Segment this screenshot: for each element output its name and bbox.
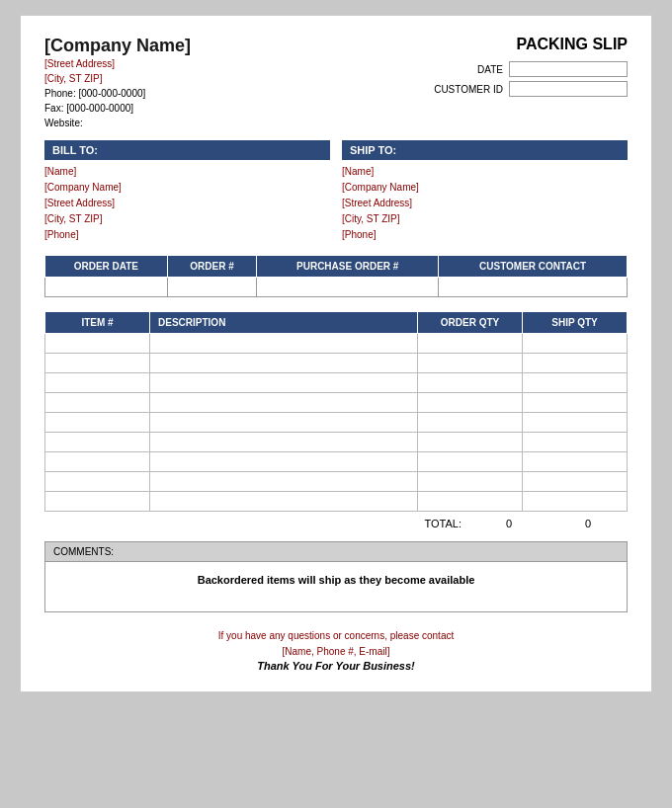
table-cell[interactable] [522,373,627,393]
item-num-header: ITEM # [45,312,150,334]
table-cell[interactable] [150,433,418,452]
order-qty-header: ORDER QTY [417,312,522,334]
table-cell[interactable] [150,393,418,413]
customer-id-input[interactable] [509,81,628,97]
customer-contact-cell[interactable] [439,278,628,297]
table-cell[interactable] [45,492,150,512]
customer-contact-header: CUSTOMER CONTACT [439,256,628,278]
table-cell[interactable] [417,373,522,393]
date-customer-block: DATE CUSTOMER ID [434,61,628,97]
order-date-cell[interactable] [45,278,168,297]
table-cell[interactable] [522,472,627,492]
header-section: [Company Name] [Street Address] [City, S… [44,36,628,130]
table-cell[interactable] [417,433,522,452]
description-header: DESCRIPTION [150,312,418,334]
table-cell[interactable] [150,452,418,472]
table-cell[interactable] [45,413,150,433]
ship-to-phone: [Phone] [342,227,628,243]
table-cell[interactable] [45,452,150,472]
table-cell[interactable] [417,393,522,413]
packing-slip-block: PACKING SLIP DATE CUSTOMER ID [434,36,628,97]
table-cell[interactable] [45,373,150,393]
city-state-zip: [City, ST ZIP] [44,71,191,86]
order-info-data-row [45,278,628,297]
ship-to-address: [Street Address] [342,196,628,211]
order-info-header-row: ORDER DATE ORDER # PURCHASE ORDER # CUST… [45,256,628,278]
bill-to-address: [Street Address] [44,196,330,211]
customer-row: CUSTOMER ID [434,81,628,97]
table-row [45,492,628,512]
table-cell[interactable] [417,472,522,492]
bill-to-company: [Company Name] [44,180,330,196]
table-row [45,373,628,393]
ship-qty-header: SHIP QTY [522,312,627,334]
table-cell[interactable] [522,413,627,433]
ship-qty-total: 0 [548,518,628,529]
table-cell[interactable] [150,472,418,492]
table-cell[interactable] [522,334,627,354]
ship-to-company: [Company Name] [342,180,628,196]
order-qty-total: 0 [469,518,548,529]
table-cell[interactable] [417,452,522,472]
table-cell[interactable] [522,492,627,512]
po-num-cell[interactable] [257,278,439,297]
table-cell[interactable] [45,393,150,413]
table-cell[interactable] [522,452,627,472]
table-cell[interactable] [417,492,522,512]
table-row [45,472,628,492]
date-label: DATE [477,64,503,75]
items-header-row: ITEM # DESCRIPTION ORDER QTY SHIP QTY [45,312,628,334]
table-row [45,433,628,452]
table-cell[interactable] [150,492,418,512]
table-cell[interactable] [45,472,150,492]
date-row: DATE [477,61,628,77]
bill-to-city: [City, ST ZIP] [44,211,330,227]
ship-to-city: [City, ST ZIP] [342,211,628,227]
packing-slip-title: PACKING SLIP [434,36,628,53]
table-cell[interactable] [522,393,627,413]
comments-body: Backordered items will ship as they beco… [45,562,627,611]
table-cell[interactable] [45,354,150,373]
phone: Phone: [000-000-0000] [44,86,191,101]
table-cell[interactable] [45,334,150,354]
bill-to-name: [Name] [44,164,330,180]
bill-to-header: BILL TO: [44,140,330,160]
totals-inner: TOTAL: 0 0 [390,518,628,529]
table-cell[interactable] [45,433,150,452]
comments-header: COMMENTS: [45,542,627,562]
table-row [45,393,628,413]
table-cell[interactable] [417,354,522,373]
order-info-table: ORDER DATE ORDER # PURCHASE ORDER # CUST… [44,255,628,297]
order-num-cell[interactable] [167,278,257,297]
packing-slip-page: [Company Name] [Street Address] [City, S… [20,15,652,692]
table-cell[interactable] [150,373,418,393]
po-num-header: PURCHASE ORDER # [257,256,439,278]
company-name: [Company Name] [44,36,191,56]
table-row [45,413,628,433]
total-label: TOTAL: [390,518,469,529]
totals-row: TOTAL: 0 0 [44,518,628,529]
table-cell[interactable] [522,354,627,373]
footer-contact-line1: If you have any questions or concerns, p… [44,628,628,644]
table-cell[interactable] [150,334,418,354]
table-cell[interactable] [522,433,627,452]
customer-id-label: CUSTOMER ID [434,84,503,95]
website: Website: [44,116,191,130]
address-section: BILL TO: [Name] [Company Name] [Street A… [44,140,628,243]
comments-box: COMMENTS: Backordered items will ship as… [44,541,628,612]
footer-thanks: Thank You For Your Business! [44,660,628,672]
bill-to-phone: [Phone] [44,227,330,243]
order-num-header: ORDER # [167,256,257,278]
bill-to-block: BILL TO: [Name] [Company Name] [Street A… [44,140,330,243]
company-block: [Company Name] [Street Address] [City, S… [44,36,191,130]
date-input[interactable] [509,61,628,77]
table-cell[interactable] [150,354,418,373]
table-cell[interactable] [150,413,418,433]
table-cell[interactable] [417,413,522,433]
footer: If you have any questions or concerns, p… [44,628,628,672]
table-cell[interactable] [417,334,522,354]
table-row [45,452,628,472]
ship-to-header: SHIP TO: [342,140,628,160]
ship-to-name: [Name] [342,164,628,180]
footer-contact-line2: [Name, Phone #, E-mail] [44,644,628,660]
